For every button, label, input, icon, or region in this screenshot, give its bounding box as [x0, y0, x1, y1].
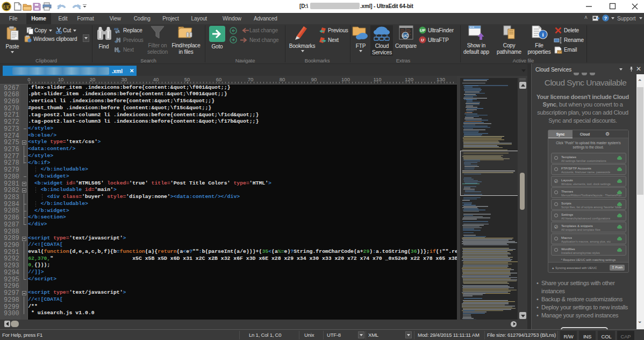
- svg-text:UE: UE: [3, 4, 10, 10]
- svg-text:i: i: [542, 31, 543, 38]
- svg-text:?: ?: [604, 16, 607, 21]
- svg-text:UF: UF: [420, 28, 425, 33]
- svg-text:U: U: [421, 38, 424, 42]
- svg-text:UC: UC: [403, 33, 409, 38]
